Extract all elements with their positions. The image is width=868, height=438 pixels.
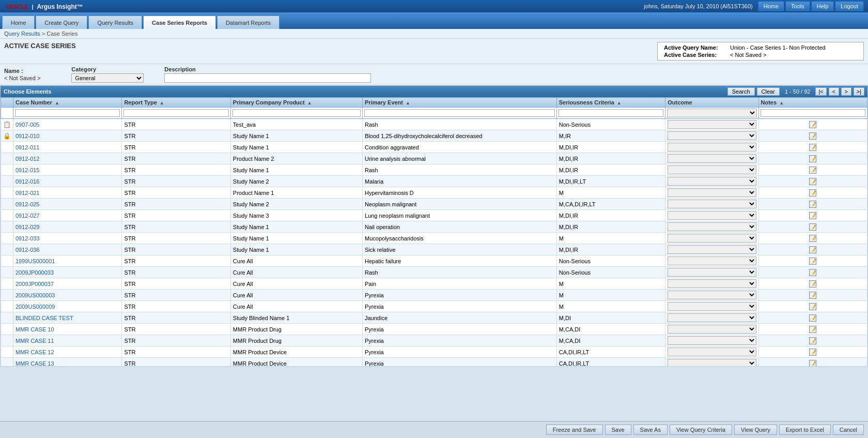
notes-icon[interactable]: 📝 bbox=[809, 349, 816, 356]
case-number-link[interactable]: 0912-021 bbox=[16, 190, 40, 196]
outcome-select[interactable]: FatalRecoveringRecoveredNot RecoveredUnk… bbox=[668, 336, 756, 345]
notes-icon[interactable]: 📝 bbox=[809, 360, 816, 367]
notes-icon[interactable]: 📝 bbox=[809, 326, 816, 333]
notes-sort-icon[interactable]: ▲ bbox=[779, 100, 784, 105]
case-number-link[interactable]: 1999US000001 bbox=[16, 258, 55, 264]
notes-icon[interactable]: 📝 bbox=[809, 178, 816, 185]
outcome-select[interactable]: FatalRecoveringRecoveredNot RecoveredUnk… bbox=[668, 211, 756, 220]
category-select[interactable]: General Other bbox=[71, 73, 144, 83]
case-number-link[interactable]: 2009US000009 bbox=[16, 304, 55, 310]
case-number-link[interactable]: 0912-016 bbox=[16, 178, 40, 185]
outcome-select[interactable]: FatalRecoveringRecoveredNot RecoveredUnk… bbox=[668, 291, 756, 299]
notes-icon[interactable]: 📝 bbox=[809, 132, 816, 140]
outcome-select[interactable]: FatalRecoveringRecoveredNot RecoveredUnk… bbox=[668, 222, 756, 231]
case-number-link[interactable]: 0912-010 bbox=[16, 133, 40, 139]
seriousness-sort-icon[interactable]: ▲ bbox=[617, 100, 622, 105]
outcome-select[interactable]: FatalRecoveringRecoveredNot RecoveredUnk… bbox=[668, 359, 756, 366]
col-header-primary-event[interactable]: Primary Event ▲ bbox=[363, 98, 557, 108]
notes-icon[interactable]: 📝 bbox=[809, 121, 816, 128]
filter-notes-input[interactable] bbox=[761, 109, 865, 117]
last-page-button[interactable]: >| bbox=[854, 87, 864, 96]
outcome-select[interactable]: FatalRecoveringRecoveredNot RecoveredUnk… bbox=[668, 177, 756, 186]
report-type-sort-icon[interactable]: ▲ bbox=[160, 100, 164, 105]
col-header-seriousness[interactable]: Seriousness Criteria ▲ bbox=[556, 98, 665, 108]
filter-seriousness-input[interactable] bbox=[559, 109, 663, 117]
row-icon-export[interactable]: 📋 bbox=[3, 121, 11, 128]
outcome-select[interactable]: FatalRecoveringRecoveredNot RecoveredUnk… bbox=[668, 325, 756, 334]
outcome-select[interactable]: FatalRecoveringRecoveredNot RecoveredUnk… bbox=[668, 131, 756, 140]
filter-primary-product-input[interactable] bbox=[233, 109, 361, 117]
tab-datamart-reports[interactable]: Datamart Reports bbox=[217, 16, 280, 29]
col-header-report-type[interactable]: Report Type ▲ bbox=[122, 98, 230, 108]
tab-home[interactable]: Home bbox=[2, 16, 35, 29]
case-number-link[interactable]: 0912-033 bbox=[16, 235, 40, 241]
notes-icon[interactable]: 📝 bbox=[809, 303, 816, 310]
outcome-select[interactable]: FatalRecoveringRecoveredNot RecoveredUnk… bbox=[668, 234, 756, 243]
notes-icon[interactable]: 📝 bbox=[809, 189, 816, 197]
notes-icon[interactable]: 📝 bbox=[809, 280, 816, 288]
notes-icon[interactable]: 📝 bbox=[809, 212, 816, 219]
case-number-link[interactable]: MMR CASE 10 bbox=[16, 326, 54, 333]
outcome-select[interactable]: FatalRecoveringRecoveredNot RecoveredUnk… bbox=[668, 279, 756, 288]
case-number-link[interactable]: 0912-027 bbox=[16, 213, 40, 219]
tools-topnav-button[interactable]: Tools bbox=[785, 1, 810, 11]
outcome-select[interactable]: FatalRecoveringRecoveredNot RecoveredUnk… bbox=[668, 165, 756, 174]
description-input[interactable] bbox=[164, 73, 371, 83]
col-header-outcome[interactable]: Outcome bbox=[665, 98, 758, 108]
outcome-select[interactable]: FatalRecoveringRecoveredNot RecoveredUnk… bbox=[668, 348, 756, 356]
outcome-select[interactable]: FatalRecoveringRecoveredNot RecoveredUnk… bbox=[668, 302, 756, 311]
notes-icon[interactable]: 📝 bbox=[809, 246, 816, 253]
case-number-link[interactable]: 2009JP000037 bbox=[16, 281, 54, 287]
outcome-select[interactable]: FatalRecoveringRecoveredNot RecoveredUnk… bbox=[668, 154, 756, 163]
outcome-select[interactable]: FatalRecoveringRecoveredNot RecoveredUnk… bbox=[668, 268, 756, 277]
notes-icon[interactable]: 📝 bbox=[809, 292, 816, 299]
tab-create-query[interactable]: Create Query bbox=[36, 16, 87, 29]
help-topnav-button[interactable]: Help bbox=[811, 1, 834, 11]
col-header-case-number[interactable]: Case Number ▲ bbox=[13, 98, 122, 108]
logout-topnav-button[interactable]: Logout bbox=[835, 1, 864, 11]
primary-event-sort-icon[interactable]: ▲ bbox=[406, 100, 410, 105]
col-header-notes[interactable]: Notes ▲ bbox=[758, 98, 867, 108]
outcome-select[interactable]: FatalRecoveringRecoveredNot RecoveredUnk… bbox=[668, 200, 756, 208]
clear-button[interactable]: Clear bbox=[757, 87, 780, 96]
case-number-link[interactable]: 0912-012 bbox=[16, 156, 40, 162]
first-page-button[interactable]: |< bbox=[815, 87, 826, 96]
notes-icon[interactable]: 📝 bbox=[809, 314, 816, 322]
filter-case-number-input[interactable] bbox=[15, 109, 120, 117]
search-button[interactable]: Search bbox=[727, 87, 755, 96]
case-number-sort-icon[interactable]: ▲ bbox=[55, 100, 59, 105]
case-number-link[interactable]: 2009US000003 bbox=[16, 292, 55, 298]
outcome-select[interactable]: FatalRecoveringRecoveredNot RecoveredUnk… bbox=[668, 188, 756, 197]
case-number-link[interactable]: MMR CASE 12 bbox=[16, 349, 54, 355]
next-page-button[interactable]: > bbox=[841, 87, 851, 96]
case-number-link[interactable]: 0912-036 bbox=[16, 247, 40, 253]
notes-icon[interactable]: 📝 bbox=[809, 155, 816, 162]
notes-icon[interactable]: 📝 bbox=[809, 223, 816, 231]
case-number-link[interactable]: BLINDED CASE TEST bbox=[16, 315, 73, 321]
case-number-link[interactable]: 0912-029 bbox=[16, 224, 40, 230]
notes-icon[interactable]: 📝 bbox=[809, 167, 816, 174]
breadcrumb-query-results[interactable]: Query Results bbox=[4, 31, 40, 37]
outcome-select[interactable]: FatalRecoveringRecoveredNot RecoveredUnk… bbox=[668, 313, 756, 322]
case-number-link[interactable]: MMR CASE 13 bbox=[16, 360, 54, 367]
case-number-link[interactable]: MMR CASE 11 bbox=[16, 338, 54, 344]
tab-query-results[interactable]: Query Results bbox=[88, 16, 142, 29]
col-header-primary-product[interactable]: Primary Company Product ▲ bbox=[230, 98, 362, 108]
case-number-link[interactable]: 0912-015 bbox=[16, 167, 40, 173]
case-number-link[interactable]: 0912-011 bbox=[16, 144, 40, 150]
outcome-select[interactable]: FatalRecoveringRecoveredNot RecoveredUnk… bbox=[668, 143, 756, 152]
prev-page-button[interactable]: < bbox=[829, 87, 839, 96]
case-number-link[interactable]: 0912-025 bbox=[16, 201, 40, 207]
filter-primary-event-input[interactable] bbox=[364, 109, 555, 117]
tab-case-series-reports[interactable]: Case Series Reports bbox=[143, 16, 216, 29]
notes-icon[interactable]: 📝 bbox=[809, 337, 816, 344]
home-topnav-button[interactable]: Home bbox=[758, 1, 784, 11]
outcome-select[interactable]: FatalRecoveringRecoveredNot RecoveredUnk… bbox=[668, 256, 756, 265]
notes-icon[interactable]: 📝 bbox=[809, 235, 816, 242]
filter-outcome-select[interactable]: Fatal Recovering Recovered Not Recovered… bbox=[667, 109, 756, 117]
row-icon-lock[interactable]: 🔒 bbox=[3, 132, 11, 140]
notes-icon[interactable]: 📝 bbox=[809, 258, 816, 265]
notes-icon[interactable]: 📝 bbox=[809, 144, 816, 151]
outcome-select[interactable]: FatalRecoveringRecoveredNot RecoveredUnk… bbox=[668, 245, 756, 254]
notes-icon[interactable]: 📝 bbox=[809, 201, 816, 208]
